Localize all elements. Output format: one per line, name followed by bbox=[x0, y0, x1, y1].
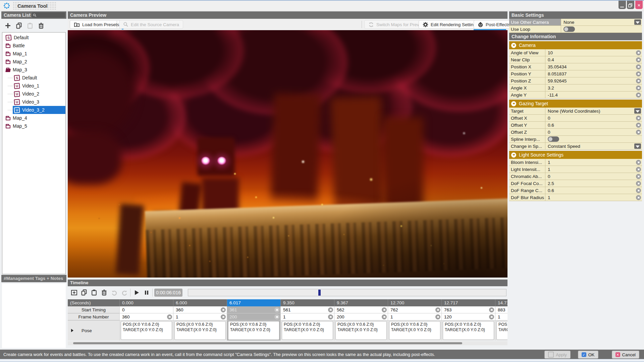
play-button[interactable] bbox=[132, 288, 141, 297]
copy-keyframe-button[interactable] bbox=[80, 288, 88, 297]
redo-button[interactable] bbox=[120, 288, 128, 297]
setting-value[interactable]: 8.051837 bbox=[545, 71, 636, 76]
pose-cell[interactable]: POS:{X:0 Y:0.6 Z:0} TARGET:{X:0 Y:0 Z:0} bbox=[227, 320, 280, 341]
tree-item[interactable]: UVideo_1 bbox=[2, 82, 65, 90]
start-timing-cell[interactable]: 763 bbox=[441, 306, 495, 313]
minimize-button[interactable] bbox=[619, 1, 626, 9]
section-header[interactable]: Gazing Target bbox=[509, 100, 642, 108]
setting-value[interactable]: -11.4 bbox=[545, 93, 636, 98]
playhead[interactable] bbox=[318, 290, 321, 296]
timeline-column-header[interactable]: 6.000 bbox=[173, 299, 227, 306]
close-button[interactable]: ✕ bbox=[635, 1, 643, 9]
pose-cell[interactable]: POS:{X:0 Y:0.6 Z:0} TARGET:{X:0 Y:0 Z:0} bbox=[334, 320, 388, 341]
frame-number-cell[interactable]: 1 bbox=[495, 313, 507, 320]
spinner-button[interactable] bbox=[328, 307, 333, 312]
spinner-button[interactable] bbox=[435, 307, 440, 312]
dropdown-button[interactable] bbox=[634, 108, 641, 114]
spinner-button[interactable] bbox=[636, 181, 641, 186]
add-camera-button[interactable] bbox=[3, 21, 12, 30]
pose-cell[interactable]: POS:{X:0 Y:0.6 Z:0} TARGET:{X:0 Y:0 Z:0} bbox=[280, 320, 334, 341]
scrollbar-thumb[interactable] bbox=[73, 342, 462, 344]
spinner-button[interactable] bbox=[274, 307, 279, 312]
tree-item[interactable]: UVideo_2 bbox=[2, 90, 65, 98]
preview-viewport[interactable] bbox=[68, 30, 507, 278]
setting-value[interactable]: 1 bbox=[545, 195, 636, 200]
tree-item[interactable]: Map_3 bbox=[2, 66, 65, 74]
setting-value[interactable]: 10 bbox=[545, 50, 636, 55]
spinner-button[interactable] bbox=[636, 71, 641, 76]
dropdown-button[interactable] bbox=[634, 143, 641, 149]
timeline-column-header[interactable]: 12.700 bbox=[388, 299, 441, 306]
restore-button[interactable] bbox=[627, 1, 634, 9]
spinner-button[interactable] bbox=[636, 50, 641, 55]
tree-item[interactable]: Map_5 bbox=[2, 122, 65, 130]
start-timing-cell[interactable]: 561 bbox=[280, 306, 334, 313]
pose-cell[interactable]: POS:{X:0 Y:0.6 Z:0} TARGET:{X:0 Y:0 Z:0} bbox=[173, 320, 227, 341]
timeline-column-header[interactable]: 0.000 bbox=[119, 299, 173, 306]
spinner-button[interactable] bbox=[636, 123, 641, 128]
setting-value[interactable] bbox=[545, 136, 634, 142]
timeline-column-header[interactable]: 12.717 bbox=[441, 299, 495, 306]
pose-cell[interactable]: POS:{X:0 Y:0.6 Z:0} TARGET:{X:0 Y:0 Z:0} bbox=[495, 320, 507, 341]
spinner-button[interactable] bbox=[636, 64, 641, 69]
timeline-column-header[interactable]: 6.017 bbox=[227, 299, 280, 306]
spinner-button[interactable] bbox=[328, 314, 333, 319]
start-timing-cell[interactable]: 762 bbox=[388, 306, 441, 313]
spinner-button[interactable] bbox=[382, 314, 387, 319]
setting-value[interactable]: 0 bbox=[545, 116, 636, 121]
frame-number-cell[interactable]: 1 bbox=[388, 313, 441, 320]
frame-number-cell[interactable]: 200 bbox=[227, 313, 280, 320]
start-timing-cell[interactable]: 562 bbox=[334, 306, 388, 313]
toggle-switch[interactable] bbox=[548, 136, 559, 142]
spinner-button[interactable] bbox=[221, 314, 226, 319]
paste-keyframe-button[interactable] bbox=[90, 288, 98, 297]
timeline-column-header[interactable]: 9.350 bbox=[280, 299, 334, 306]
setting-value[interactable]: 2.5 bbox=[545, 181, 636, 186]
spinner-button[interactable] bbox=[636, 167, 641, 172]
undo-button[interactable] bbox=[110, 288, 118, 297]
spinner-button[interactable] bbox=[636, 160, 641, 165]
tree-item[interactable]: Map_2 bbox=[2, 58, 65, 66]
frame-number-cell[interactable]: 360 bbox=[119, 313, 173, 320]
apply-button[interactable]: Apply bbox=[544, 351, 571, 359]
pose-cell[interactable]: POS:{X:0 Y:0.6 Z:0} TARGET:{X:0 Y:0 Z:0} bbox=[441, 320, 495, 341]
pose-cell[interactable]: POS:{X:0 Y:0.6 Z:0} TARGET:{X:0 Y:0 Z:0} bbox=[119, 320, 173, 341]
tags-notes-input[interactable] bbox=[2, 284, 66, 348]
edit-rendering-settings-button[interactable]: Edit Rendering Settings bbox=[419, 20, 482, 29]
start-timing-cell[interactable]: 883 bbox=[495, 306, 507, 313]
setting-value[interactable]: Constant Speed bbox=[545, 144, 634, 149]
duplicate-camera-button[interactable] bbox=[14, 21, 23, 30]
post-effects-button[interactable]: Post-Effects bbox=[474, 20, 514, 29]
spinner-button[interactable] bbox=[274, 314, 279, 319]
setting-value[interactable]: 3.2 bbox=[545, 85, 636, 90]
spinner-button[interactable] bbox=[636, 93, 641, 98]
timeline-column-header[interactable]: 14.717 bbox=[495, 299, 507, 306]
setting-value[interactable]: 35.05434 bbox=[545, 64, 636, 69]
tree-item[interactable]: Battle bbox=[2, 42, 65, 50]
spinner-button[interactable] bbox=[636, 130, 641, 135]
frame-number-cell[interactable]: 1 bbox=[280, 313, 334, 320]
spinner-button[interactable] bbox=[167, 314, 172, 319]
setting-value[interactable]: 0.4 bbox=[545, 57, 636, 62]
spinner-button[interactable] bbox=[636, 188, 641, 193]
delete-camera-button[interactable] bbox=[36, 21, 46, 30]
setting-value[interactable]: 0 bbox=[545, 130, 636, 135]
spinner-button[interactable] bbox=[636, 116, 641, 121]
timeline-horizontal-scrollbar[interactable] bbox=[68, 341, 507, 345]
paste-camera-button[interactable] bbox=[25, 21, 35, 30]
section-header[interactable]: Camera bbox=[509, 41, 642, 49]
spinner-button[interactable] bbox=[221, 307, 226, 312]
spinner-button[interactable] bbox=[382, 307, 387, 312]
setting-value[interactable]: 1 bbox=[545, 160, 636, 165]
frame-number-cell[interactable]: 1 bbox=[173, 313, 227, 320]
spinner-button[interactable] bbox=[489, 314, 494, 319]
pause-button[interactable] bbox=[142, 288, 151, 297]
toggle-switch[interactable] bbox=[564, 26, 575, 32]
delete-keyframe-button[interactable] bbox=[100, 288, 108, 297]
tree-item[interactable]: UVideo_3 bbox=[2, 98, 65, 106]
load-from-presets-button[interactable]: Load from Presets bbox=[70, 20, 123, 29]
setting-value[interactable]: None bbox=[561, 20, 634, 25]
cancel-button[interactable]: Cancel bbox=[612, 351, 639, 359]
section-header[interactable]: Light Source Settings bbox=[509, 151, 642, 159]
expand-arrow-icon[interactable] bbox=[71, 329, 73, 332]
